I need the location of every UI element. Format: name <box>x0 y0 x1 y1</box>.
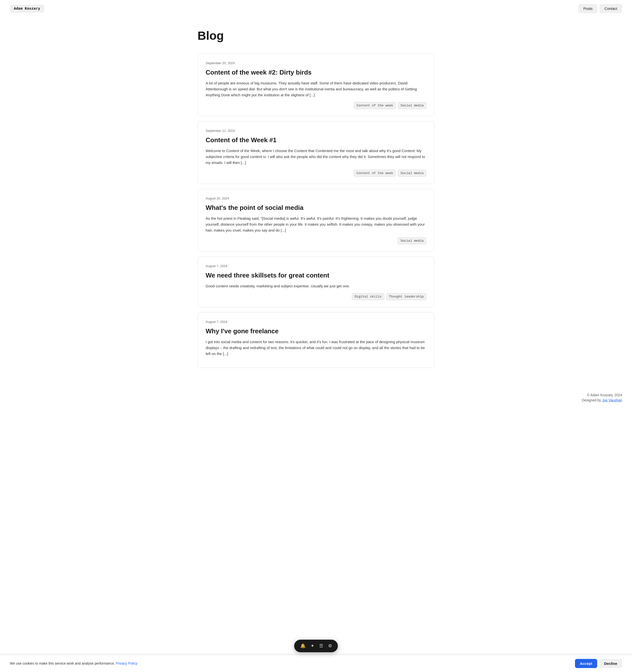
post-tag[interactable]: Thought leadership <box>386 293 427 301</box>
post-tags: Content of the weekSocial media <box>205 102 427 110</box>
header: Adam Koszary Posts Contact <box>0 0 632 17</box>
post-card: September 12, 2024 Content of the Week #… <box>197 121 435 184</box>
post-title[interactable]: We need three skillsets for great conten… <box>205 270 427 280</box>
post-excerpt: Welcome to Content of the Week, where I … <box>205 148 427 166</box>
post-excerpt: As the hot priest in Fleabag said, "[Soc… <box>205 216 427 233</box>
post-excerpt: I got into social media and content for … <box>205 339 427 357</box>
designer-link[interactable]: Joe Vaughan <box>602 398 622 402</box>
post-tags: Digital skillsThought leadership <box>205 293 427 301</box>
post-tag[interactable]: Social media <box>398 237 427 245</box>
post-title[interactable]: What's the point of social media <box>205 203 427 213</box>
post-card: September 20, 2024 Content of the week #… <box>197 53 435 116</box>
post-date: August 7, 2024 <box>205 319 427 325</box>
posts-nav-button[interactable]: Posts <box>578 4 598 13</box>
post-card: August 7, 2024 Why I've gone freelance I… <box>197 312 435 368</box>
post-excerpt: Good content needs creativity, marketing… <box>205 283 427 289</box>
footer: © Adam Koszary, 2024 Designed by Joe Vau… <box>0 388 632 413</box>
post-title[interactable]: Content of the Week #1 <box>205 135 427 145</box>
post-excerpt: A lot of people are envious of big museu… <box>205 80 427 98</box>
copyright-text: © Adam Koszary, 2024 <box>10 392 622 398</box>
post-date: August 20, 2024 <box>205 196 427 201</box>
post-tag[interactable]: Content of the week <box>354 102 396 110</box>
page-title: Blog <box>197 27 435 45</box>
designer-credit: Designed by Joe Vaughan <box>10 398 622 403</box>
post-date: September 20, 2024 <box>205 61 427 66</box>
post-date: August 7, 2024 <box>205 264 427 269</box>
post-tag[interactable]: Social media <box>398 170 427 177</box>
post-tags: Social media <box>205 237 427 245</box>
contact-nav-button[interactable]: Contact <box>600 4 622 13</box>
post-card: August 20, 2024 What's the point of soci… <box>197 189 435 251</box>
post-title[interactable]: Content of the week #2: Dirty birds <box>205 68 427 77</box>
post-card: August 7, 2024 We need three skillsets f… <box>197 257 435 307</box>
main-content: Blog September 20, 2024 Content of the w… <box>188 17 444 388</box>
post-title[interactable]: Why I've gone freelance <box>205 327 427 336</box>
nav: Posts Contact <box>578 4 622 13</box>
post-date: September 12, 2024 <box>205 128 427 133</box>
post-tags: Content of the weekSocial media <box>205 170 427 177</box>
post-tag[interactable]: Content of the week <box>354 170 396 177</box>
posts-list: September 20, 2024 Content of the week #… <box>197 53 435 368</box>
post-tag[interactable]: Digital skills <box>352 293 384 301</box>
post-tag[interactable]: Social media <box>398 102 427 110</box>
designed-by-label: Designed by <box>582 398 601 402</box>
logo-button[interactable]: Adam Koszary <box>10 5 44 13</box>
